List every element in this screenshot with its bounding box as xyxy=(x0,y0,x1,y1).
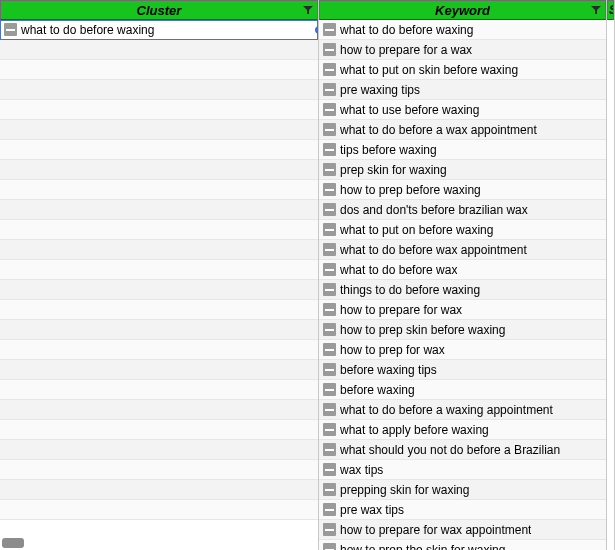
column-header-keyword[interactable]: Keyword xyxy=(319,0,606,20)
collapse-icon[interactable] xyxy=(323,103,336,116)
cluster-row-empty[interactable] xyxy=(0,160,318,180)
keyword-row[interactable]: what to do before a waxing appointment xyxy=(319,400,606,420)
keyword-row[interactable]: what to do before wax appointment xyxy=(319,240,606,260)
keyword-row[interactable]: things to do before waxing xyxy=(319,280,606,300)
cluster-row-empty[interactable] xyxy=(0,500,318,520)
cluster-row-empty[interactable] xyxy=(0,100,318,120)
selection-handle[interactable] xyxy=(315,26,318,33)
cluster-row-empty[interactable] xyxy=(0,420,318,440)
keyword-row[interactable]: prep skin for waxing xyxy=(319,160,606,180)
keyword-row[interactable]: what to do before wax xyxy=(319,260,606,280)
keyword-row[interactable]: dos and don'ts before brazilian wax xyxy=(319,200,606,220)
collapse-icon[interactable] xyxy=(323,463,336,476)
column-header-cluster[interactable]: Cluster xyxy=(0,0,318,20)
keyword-row[interactable]: how to prep before waxing xyxy=(319,180,606,200)
keyword-row[interactable]: before waxing tips xyxy=(319,360,606,380)
keyword-row[interactable]: what to do before waxing xyxy=(319,20,606,40)
keyword-row[interactable]: wax tips xyxy=(319,460,606,480)
keyword-row[interactable]: pre wax tips xyxy=(319,500,606,520)
filter-icon[interactable] xyxy=(591,5,601,15)
collapse-icon[interactable] xyxy=(323,203,336,216)
cluster-row-empty[interactable] xyxy=(0,440,318,460)
collapse-icon[interactable] xyxy=(323,543,336,550)
column-header-next[interactable]: S xyxy=(607,0,614,20)
collapse-icon[interactable] xyxy=(323,423,336,436)
collapse-icon[interactable] xyxy=(323,443,336,456)
keyword-row[interactable]: what to put on before waxing xyxy=(319,220,606,240)
cluster-row-text: what to do before waxing xyxy=(21,23,154,37)
cluster-row-empty[interactable] xyxy=(0,300,318,320)
collapse-icon[interactable] xyxy=(323,23,336,36)
keyword-row[interactable]: tips before waxing xyxy=(319,140,606,160)
cluster-row-empty[interactable] xyxy=(0,360,318,380)
collapse-icon[interactable] xyxy=(323,303,336,316)
collapse-icon[interactable] xyxy=(323,283,336,296)
keyword-row[interactable]: what should you not do before a Brazilia… xyxy=(319,440,606,460)
keyword-row[interactable]: how to prep for wax xyxy=(319,340,606,360)
collapse-icon[interactable] xyxy=(323,323,336,336)
keyword-row-text: how to prepare for wax appointment xyxy=(340,523,531,537)
keyword-row[interactable]: what to use before waxing xyxy=(319,100,606,120)
collapse-icon[interactable] xyxy=(323,123,336,136)
collapse-icon[interactable] xyxy=(323,263,336,276)
keyword-row-text: how to prepare for wax xyxy=(340,303,462,317)
collapse-icon[interactable] xyxy=(323,183,336,196)
collapse-icon[interactable] xyxy=(323,523,336,536)
cluster-row-empty[interactable] xyxy=(0,180,318,200)
column-body-next xyxy=(607,20,614,550)
cluster-row-empty[interactable] xyxy=(0,460,318,480)
column-cluster: Cluster what to do before waxing xyxy=(0,0,319,550)
cluster-row-empty[interactable] xyxy=(0,380,318,400)
keyword-row-text: prep skin for waxing xyxy=(340,163,447,177)
cluster-row-empty[interactable] xyxy=(0,480,318,500)
keyword-row[interactable]: how to prepare for wax appointment xyxy=(319,520,606,540)
keyword-row[interactable]: how to prep skin before waxing xyxy=(319,320,606,340)
collapse-icon[interactable] xyxy=(4,23,17,36)
cluster-row[interactable]: what to do before waxing xyxy=(0,20,318,40)
collapse-icon[interactable] xyxy=(323,83,336,96)
cluster-row-empty[interactable] xyxy=(0,120,318,140)
keyword-row[interactable]: before waxing xyxy=(319,380,606,400)
collapse-icon[interactable] xyxy=(323,63,336,76)
cluster-row-empty[interactable] xyxy=(0,340,318,360)
collapse-icon[interactable] xyxy=(323,343,336,356)
collapse-icon[interactable] xyxy=(323,483,336,496)
collapse-icon[interactable] xyxy=(323,503,336,516)
collapse-icon[interactable] xyxy=(323,243,336,256)
keyword-row[interactable]: how to prepare for wax xyxy=(319,300,606,320)
collapse-icon[interactable] xyxy=(323,163,336,176)
spreadsheet-grid: Cluster what to do before waxing Keyword… xyxy=(0,0,615,550)
cluster-row-empty[interactable] xyxy=(0,40,318,60)
column-header-label: Keyword xyxy=(435,3,490,18)
keyword-row-text: how to prepare for a wax xyxy=(340,43,472,57)
cluster-row-empty[interactable] xyxy=(0,220,318,240)
keyword-row[interactable]: prepping skin for waxing xyxy=(319,480,606,500)
collapse-icon[interactable] xyxy=(323,223,336,236)
keyword-row-text: what to use before waxing xyxy=(340,103,479,117)
collapse-icon[interactable] xyxy=(323,383,336,396)
horizontal-scroll-thumb[interactable] xyxy=(2,538,24,548)
keyword-row-text: before waxing xyxy=(340,383,415,397)
keyword-row[interactable]: what to put on skin before waxing xyxy=(319,60,606,80)
cluster-row-empty[interactable] xyxy=(0,140,318,160)
cluster-row-empty[interactable] xyxy=(0,80,318,100)
cluster-row-empty[interactable] xyxy=(0,240,318,260)
keyword-row[interactable]: how to prepare for a wax xyxy=(319,40,606,60)
cluster-row-empty[interactable] xyxy=(0,280,318,300)
keyword-row[interactable]: what to apply before waxing xyxy=(319,420,606,440)
collapse-icon[interactable] xyxy=(323,143,336,156)
cluster-row-empty[interactable] xyxy=(0,400,318,420)
keyword-row-text: what to put on before waxing xyxy=(340,223,493,237)
collapse-icon[interactable] xyxy=(323,363,336,376)
column-body-cluster: what to do before waxing xyxy=(0,20,318,550)
keyword-row[interactable]: how to prep the skin for waxing xyxy=(319,540,606,550)
collapse-icon[interactable] xyxy=(323,43,336,56)
cluster-row-empty[interactable] xyxy=(0,320,318,340)
cluster-row-empty[interactable] xyxy=(0,260,318,280)
collapse-icon[interactable] xyxy=(323,403,336,416)
keyword-row[interactable]: pre waxing tips xyxy=(319,80,606,100)
keyword-row[interactable]: what to do before a wax appointment xyxy=(319,120,606,140)
cluster-row-empty[interactable] xyxy=(0,200,318,220)
cluster-row-empty[interactable] xyxy=(0,60,318,80)
filter-icon[interactable] xyxy=(303,5,313,15)
